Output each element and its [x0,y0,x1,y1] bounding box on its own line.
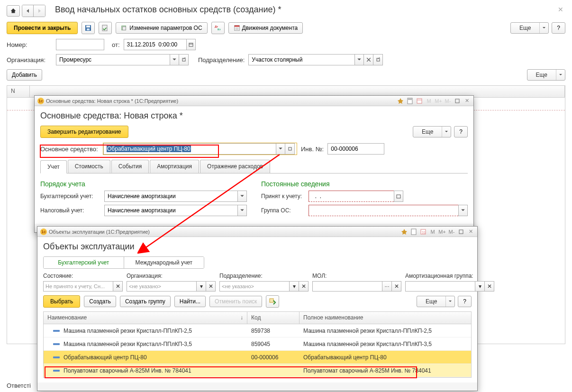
pin-icon[interactable] [400,228,408,236]
accepted-input[interactable] [309,191,394,202]
more-button-2[interactable]: Еще [527,69,565,81]
org-open-icon[interactable] [179,54,189,65]
close-icon[interactable]: ✕ [467,228,474,236]
pin-icon[interactable] [397,97,404,105]
filter-mol-input[interactable] [312,281,382,292]
inv-input[interactable] [327,143,384,155]
tax-input[interactable] [104,205,237,216]
d1-more-button[interactable]: Еще [413,126,451,137]
select-button[interactable]: Выбрать [43,295,80,308]
svg-rect-2 [87,28,90,30]
filter-mol-more[interactable]: ··· [382,281,392,292]
os-input[interactable]: Обрабатывающий центр ПЦ-80 [103,143,276,155]
os-dropdown-icon[interactable] [276,143,285,155]
more-label-2: Еще [527,70,556,80]
d1-help-button[interactable]: ? [454,126,468,137]
finish-edit-button[interactable]: Завершить редактирование [40,126,128,138]
m-minus-btn: M- [444,97,452,105]
restore-icon[interactable] [454,97,461,105]
save-close-button[interactable]: Провести и закрыть [7,22,78,34]
row-full: Машина плазменной резки Кристалл-ППлКП-2… [300,328,471,334]
list-row[interactable]: Обрабатывающий центр ПЦ-8000-000006Обраб… [44,351,471,364]
calendar-icon[interactable] [416,97,423,105]
tab-int-accounting[interactable]: Международный учет [124,257,204,268]
close-icon[interactable]: ✕ [556,5,565,14]
tab-depreciation[interactable]: Амортизация [150,160,199,173]
create-button[interactable]: Создать [84,296,116,307]
home-button[interactable] [7,5,20,17]
cancel-search-button[interactable]: Отменить поиск [209,296,262,307]
list-row[interactable]: Машина плазменной резки Кристалл-ППлКП-2… [44,324,471,337]
group-dropdown-icon[interactable] [458,205,468,216]
help-button[interactable]: ? [552,22,565,34]
filter-amort-drop[interactable]: ▾ [475,281,485,292]
calc-icon[interactable] [406,97,414,105]
filter-org-clear[interactable]: ✕ [206,281,216,292]
filter-dept-drop[interactable]: ▾ [290,281,299,292]
tax-dropdown-icon[interactable] [237,205,247,216]
dept-clear-icon[interactable] [364,54,373,65]
filter-state-input[interactable] [43,281,113,292]
svg-rect-17 [408,99,412,100]
tab-expenses[interactable]: Отражение расходов [200,160,270,173]
os-label: Основное средство: [40,146,99,153]
tab-events[interactable]: События [111,160,149,173]
tab-buh-accounting[interactable]: Бухгалтерский учет [44,257,124,268]
buh-input[interactable] [104,191,237,202]
tab-accounting[interactable]: Учет [40,160,67,173]
filter-org-drop[interactable]: ▾ [197,281,206,292]
d2-help-button[interactable]: ? [458,296,472,307]
tab-cost[interactable]: Стоимость [68,160,110,173]
row-name: Обрабатывающий центр ПЦ-80 [64,354,147,361]
change-params-button[interactable]: Изменение параметров ОС [116,22,207,34]
col-code[interactable]: Код [247,312,300,324]
calendar-icon[interactable]: 31 [419,228,427,236]
buh-dropdown-icon[interactable] [237,191,247,202]
link-icon[interactable] [266,295,279,308]
os-open-icon[interactable] [285,143,295,155]
m-plus-btn[interactable]: M+ [438,228,446,236]
filter-dept-input[interactable] [219,281,290,292]
list-row[interactable]: Машина плазменной резки Кристалл-ППлКП-3… [44,337,471,351]
d2-more-button[interactable]: Еще [417,296,455,307]
create-group-button[interactable]: Создать группу [120,296,171,307]
item-icon [53,343,60,345]
svg-rect-12 [189,43,193,46]
calc-icon[interactable] [410,228,418,236]
close-icon[interactable]: ✕ [463,97,471,105]
col-name[interactable]: Наименование ↓ [44,312,247,324]
more-button[interactable]: Еще [510,22,549,34]
filter-mol-clear[interactable]: ✕ [392,281,401,292]
m-btn[interactable]: M [429,228,436,236]
dept-dropdown-icon[interactable] [354,54,364,65]
dt-kt-icon[interactable]: ДтКт [211,22,225,34]
group-input[interactable] [309,205,458,216]
add-button[interactable]: Добавить [7,69,42,81]
save-icon[interactable] [82,22,95,34]
number-input[interactable] [56,39,104,50]
date-input[interactable] [124,39,186,50]
filter-dept-label: Подразделение: [219,273,309,279]
filter-amort-input[interactable] [405,281,475,292]
accepted-calendar-icon[interactable] [394,191,403,202]
post-icon[interactable] [99,22,112,34]
restore-icon[interactable] [457,228,465,236]
filter-state-clear[interactable]: ✕ [113,281,123,292]
filter-dept-clear[interactable]: ✕ [299,281,309,292]
filter-amort-clear[interactable]: ✕ [485,281,494,292]
nav-back[interactable] [22,5,34,17]
org-dropdown-icon[interactable] [170,54,179,65]
list-row[interactable]: Полуавтомат сварочный А-825М Инв. № 7840… [44,364,471,377]
row-code: 00-000006 [247,354,300,361]
m-minus-btn[interactable]: M- [448,228,455,236]
dept-open-icon[interactable] [373,54,383,65]
nav-forward[interactable] [34,5,45,17]
org-input[interactable] [56,54,170,65]
col-full[interactable]: Полное наименование [300,312,471,324]
calendar-icon[interactable] [186,39,196,50]
find-button[interactable]: Найти... [174,296,206,307]
movements-button[interactable]: Движения документа [228,22,303,34]
dept-label: Подразделение: [198,56,245,64]
dept-input[interactable] [248,54,354,65]
filter-org-input[interactable] [127,281,197,292]
